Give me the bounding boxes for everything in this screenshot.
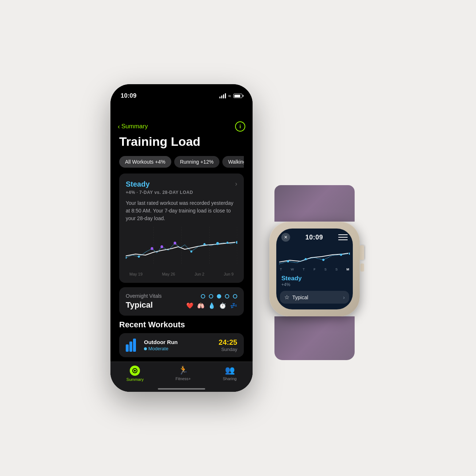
chart-date-3: Jun 2: [195, 272, 204, 276]
watch-chart: [276, 244, 353, 268]
watch: ✕ 10:09: [264, 185, 366, 320]
watch-day-5: S: [324, 268, 327, 271]
tab-summary-label: Summary: [126, 377, 144, 382]
phone-nav: ‹ Summary i: [110, 118, 253, 134]
scene: 10:09 ≈: [110, 84, 366, 392]
vitals-value: Typical: [126, 300, 162, 310]
watch-day-4: F: [313, 268, 316, 271]
watch-day-7: M: [346, 268, 349, 271]
segment-all-workouts[interactable]: All Workouts +4%: [119, 156, 171, 168]
vitals-indicators: ❤️ 🫁 💧 ⏱️ 💤: [186, 294, 237, 309]
training-subtitle: +4% · 7-DAY vs. 28-DAY LOAD: [126, 190, 237, 195]
watch-typical-label: Typical: [292, 294, 308, 300]
typical-icon: ☆: [284, 294, 289, 301]
chart-date-4: Jun 9: [224, 272, 234, 276]
watch-crown: [360, 245, 364, 260]
signal-icon: [219, 93, 226, 98]
watch-body: ✕ 10:09: [269, 222, 360, 316]
tab-sharing-label: Sharing: [223, 376, 237, 381]
svg-point-6: [151, 247, 153, 250]
watch-steady-sub: +4%: [281, 282, 348, 287]
svg-point-10: [203, 243, 205, 245]
segment-control: All Workouts +4% Running +12% Walking: [119, 156, 244, 168]
workout-icon: [126, 339, 139, 352]
phone-content: Training Load All Workouts +4% Running +…: [110, 134, 253, 357]
nav-back-button[interactable]: ‹ Summary: [118, 123, 148, 130]
nav-back-label: Summary: [121, 123, 148, 130]
workout-name: Outdoor Run: [144, 339, 214, 345]
training-body: Your last rated workout was recorded yes…: [126, 199, 237, 222]
watch-menu-button[interactable]: [338, 234, 348, 241]
recent-workouts-title: Recent Workouts: [119, 320, 244, 329]
watch-days: T W T F S S M: [276, 268, 353, 271]
tab-summary[interactable]: Summary: [126, 366, 144, 382]
watch-steady-title: Steady: [281, 275, 348, 282]
svg-point-11: [216, 242, 219, 245]
dynamic-island: [160, 102, 203, 115]
phone: 10:09 ≈: [110, 84, 253, 392]
status-icons: ≈: [219, 93, 242, 99]
watch-day-1: T: [280, 268, 282, 271]
segment-running[interactable]: Running +12%: [174, 156, 219, 168]
watch-steady: Steady +4%: [276, 273, 353, 289]
watch-typical-left: ☆ Typical: [284, 294, 308, 301]
watch-button: [360, 264, 364, 272]
svg-point-20: [348, 252, 350, 255]
chart-date-1: May 19: [129, 272, 143, 276]
svg-point-18: [322, 259, 324, 261]
chart-dates: May 19 May 26 Jun 2 Jun 9: [126, 272, 237, 276]
watch-band-top: [274, 185, 355, 222]
svg-point-15: [134, 370, 136, 372]
chevron-left-icon: ‹: [118, 123, 120, 130]
watch-close-button[interactable]: ✕: [281, 233, 290, 242]
workout-right: 24:25 Sunday: [219, 338, 237, 352]
workout-duration: 24:25: [219, 338, 237, 347]
vitals-left: Overnight Vitals Typical: [126, 293, 162, 310]
status-time: 10:09: [121, 92, 136, 100]
watch-day-6: S: [335, 268, 338, 271]
battery-icon: [233, 94, 242, 98]
svg-point-17: [305, 258, 307, 260]
svg-point-13: [236, 241, 238, 244]
workout-card[interactable]: Outdoor Run Moderate 24:25 Sunday: [119, 333, 244, 357]
tab-sharing[interactable]: 👥 Sharing: [223, 366, 237, 382]
workout-intensity: Moderate: [144, 346, 214, 351]
watch-band-bottom: [274, 316, 355, 360]
info-button[interactable]: i: [235, 121, 245, 132]
status-bar: 10:09 ≈: [110, 84, 253, 102]
svg-point-7: [160, 245, 163, 248]
fitness-tab-icon: 🏃: [178, 366, 188, 375]
watch-screen: ✕ 10:09: [276, 229, 353, 309]
training-status: Steady: [126, 180, 150, 188]
tab-fitness[interactable]: 🏃 Fitness+: [176, 366, 191, 382]
svg-point-12: [226, 242, 228, 244]
vitals-card[interactable]: Overnight Vitals Typical ❤️: [119, 287, 244, 316]
watch-day-3: T: [303, 268, 305, 271]
card-chevron-icon[interactable]: ›: [235, 180, 237, 188]
segment-walking[interactable]: Walking: [222, 156, 244, 168]
page-title: Training Load: [119, 134, 244, 149]
watch-day-2: W: [291, 268, 294, 271]
workout-info: Outdoor Run Moderate: [144, 339, 214, 351]
watch-typical-card[interactable]: ☆ Typical ›: [280, 291, 349, 304]
watch-typical-chevron-icon: ›: [343, 294, 345, 300]
chart-date-2: May 26: [162, 272, 175, 276]
wifi-icon: ≈: [228, 93, 231, 99]
tab-fitness-label: Fitness+: [176, 376, 191, 381]
watch-time: 10:09: [305, 234, 323, 241]
tab-bar: Summary 🏃 Fitness+ 👥 Sharing: [110, 362, 253, 392]
svg-point-9: [190, 250, 192, 253]
vitals-label: Overnight Vitals: [126, 293, 162, 299]
svg-point-4: [126, 257, 127, 259]
training-card: Steady › +4% · 7-DAY vs. 28-DAY LOAD You…: [119, 173, 244, 283]
svg-point-5: [138, 255, 140, 258]
svg-point-8: [173, 242, 176, 245]
summary-tab-icon: [130, 366, 140, 376]
info-icon: i: [239, 124, 241, 129]
watch-status-bar: ✕ 10:09: [276, 229, 353, 244]
home-indicator: [158, 388, 205, 390]
svg-point-16: [287, 260, 289, 262]
svg-point-19: [340, 254, 342, 256]
workout-day: Sunday: [219, 347, 237, 352]
sharing-tab-icon: 👥: [225, 366, 235, 375]
